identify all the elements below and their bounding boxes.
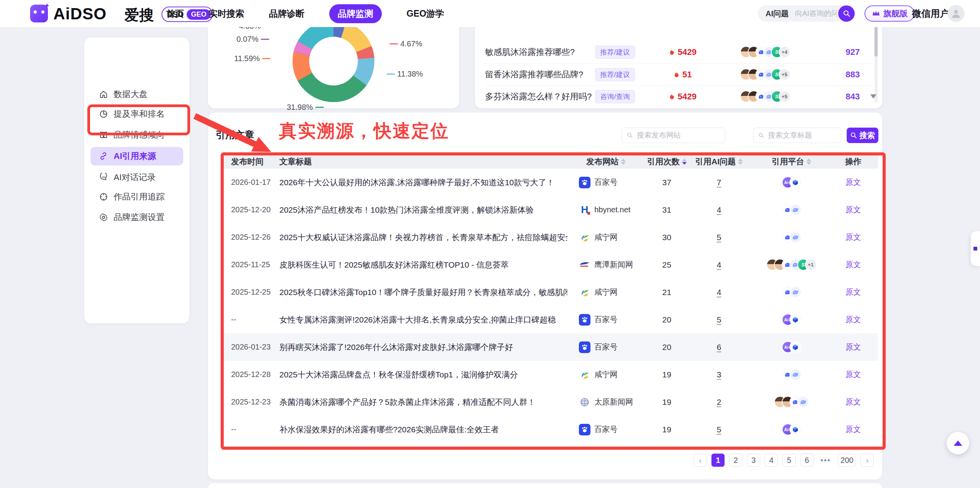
scroll-down-caret-icon[interactable] [870,94,876,99]
page-button-5[interactable]: 5 [783,454,796,467]
question-row[interactable]: 多芬沐浴露怎么样？好用吗?咨询/查询5429S+5843 [475,85,882,107]
article-row[interactable]: 2025-11-25皮肤科医生认可！2025敏感肌友好沐浴露红榜TOP10 - … [223,251,878,278]
search-button[interactable]: 搜索 [847,128,878,143]
publish-site: Hhbynet.net [567,204,645,216]
page-button-6[interactable]: 6 [800,454,813,467]
baijiahao-paw-icon [579,314,590,326]
sort-carets-icon[interactable] [738,159,743,165]
source-link[interactable]: 原文 [834,259,873,270]
nav-item-3[interactable]: 品牌监测 [329,4,382,23]
ai-question-count-link[interactable]: 5 [689,425,749,434]
source-link[interactable]: 原文 [834,424,873,435]
question-row[interactable]: 留香沐浴露推荐哪些品牌?推荐/建议51S+5883 [475,63,882,85]
avatar[interactable] [948,5,965,22]
source-link[interactable]: 原文 [834,314,873,325]
username: 微信用户 [912,7,949,20]
page-button-3[interactable]: 3 [747,454,760,467]
nav-item-4[interactable]: GEO游学 [407,8,444,20]
publish-site: 鹰潭新闻网 [567,259,645,271]
link-icon [99,152,108,161]
whale-light-platform-icon [790,287,801,297]
question-row[interactable]: 敏感肌沐浴露推荐哪些?推荐/建议5429S+4927 [475,41,882,63]
sidebar-item-label: 作品引用追踪 [114,191,165,203]
site-search-input[interactable] [636,131,720,140]
site-search-field [622,128,725,143]
sidebar-item-5[interactable]: 作品引用追踪 [90,188,183,206]
sidebar-item-6[interactable]: 品牌监测设置 [90,208,183,227]
source-link[interactable]: 原文 [834,397,873,407]
source-link[interactable]: 原文 [834,342,873,352]
article-title: 别再瞎买沐浴露了!2026年什么沐浴露对皮肤好,沐浴露哪个牌子好 [279,342,567,353]
column-header-3[interactable]: 引用次数 [645,156,689,167]
ai-question-count-link[interactable]: 5 [689,315,749,324]
citation-count: 30 [645,233,689,242]
article-row[interactable]: 2025-12-23杀菌消毒沐浴露哪个产品好？5款杀菌止痒沐浴露，精准适配不同人… [223,388,878,416]
article-row[interactable]: 2025-12-262025十大权威认证沐浴露品牌！央视力荐榜首，长青泉草本配方… [223,224,878,251]
sidebar-item-3[interactable]: AI引用来源 [90,147,183,166]
nav-menu: 首页实时搜索品牌诊断品牌监测GEO游学 [166,0,444,27]
article-row[interactable]: 2025-12-252025秋冬口碑沐浴露Top10！哪个牌子质量好最好用？长青… [223,278,878,306]
article-title: 补水保湿效果好的沐浴露有哪些?2026实测品牌最佳:全效王者 [279,424,567,435]
column-header-6: 操作 [834,156,873,167]
page-ellipsis[interactable]: ••• [818,454,833,467]
page-button-2[interactable]: 2 [729,454,742,467]
page-button-200[interactable]: 200 [838,454,856,467]
nav-item-2[interactable]: 品牌诊断 [269,8,305,20]
article-row[interactable]: 2025-12-282025十大沐浴露品牌盘点！秋冬保湿舒缓榜Top1，滋润修护… [223,361,878,388]
donut-label: 11.59% [234,54,260,63]
ai-question-count-link[interactable]: 3 [689,370,749,379]
compass-icon [99,192,108,201]
divider [483,85,873,85]
vip-badge[interactable]: 旗舰版 [864,5,915,22]
sort-carets-icon[interactable] [806,159,811,165]
column-header-4[interactable]: 引用AI问题 [689,156,749,167]
ai-question-count-link[interactable]: 4 [689,288,749,297]
sidebar-item-0[interactable]: 数据大盘 [90,85,183,104]
nav-item-1[interactable]: 实时搜索 [209,8,244,20]
ai-question-count-link[interactable]: 2 [689,398,749,407]
page-button-1[interactable]: 1 [711,454,725,467]
source-link[interactable]: 原文 [834,232,873,242]
article-row[interactable]: 2025-12-202025沐浴产品红榜发布！10款热门沐浴露全维度评测，解锁沐… [223,196,878,224]
source-link[interactable]: 原文 [834,205,873,215]
cube-platform-icon [790,342,801,352]
article-row[interactable]: --补水保湿效果好的沐浴露有哪些?2026实测品牌最佳:全效王者百家号195Ai… [223,416,878,443]
heat-value: 51 [649,70,715,80]
crown-icon [871,9,881,18]
ai-question-count-link[interactable]: 5 [689,233,749,242]
article-row[interactable]: 2026-01-172026年十大公认最好用的沐浴露,沐浴露哪种牌子最好,不知道… [223,169,878,196]
sidebar-item-2[interactable]: 品牌情感倾向 [90,126,183,144]
prev-page-button[interactable]: ‹ [694,454,707,467]
source-link[interactable]: 原文 [834,369,873,380]
nav-search-button[interactable] [838,5,855,22]
ai-question-count-link[interactable]: 4 [689,260,749,270]
sidebar-item-1[interactable]: 提及率和排名 [90,105,183,123]
column-header-5[interactable]: 引用平台 [749,156,834,167]
nav-item-0[interactable]: 首页 [166,8,184,20]
sort-carets-icon[interactable] [621,159,626,165]
heat-value: 5429 [649,47,715,57]
right-edge-widget-tab[interactable] [971,231,980,266]
source-link[interactable]: 原文 [834,287,873,297]
whale-light-platform-icon [790,369,801,380]
source-link[interactable]: 原文 [834,177,873,188]
fire-icon [668,48,675,56]
back-to-top-button[interactable] [947,432,969,454]
next-page-button[interactable]: › [861,454,874,467]
ai-question-count-link[interactable]: 4 [689,205,749,215]
nav-search-input[interactable] [794,9,838,18]
ai-question-count-link[interactable]: 7 [689,178,749,187]
widget-icon [973,247,977,251]
donut-label: 4.67% [400,39,422,48]
column-header-2[interactable]: 发布网站 [567,156,645,167]
donut-label: 0.07% [236,35,259,44]
sort-carets-icon[interactable] [682,159,687,165]
page-button-4[interactable]: 4 [765,454,778,467]
ai-question-count-link[interactable]: 6 [689,343,749,352]
title-search-input[interactable] [767,131,836,140]
article-row[interactable]: --女性专属沐浴露测评!2026沐浴露十大排名,长青泉成分安全,抑菌止痒口碑超稳… [223,306,878,333]
annotation-text: 真实溯源，快速定位 [279,119,449,143]
article-row[interactable]: 2026-01-23别再瞎买沐浴露了!2026年什么沐浴露对皮肤好,沐浴露哪个牌… [223,333,878,361]
citation-count: 19 [645,398,689,407]
sidebar-item-4[interactable]: AI对话记录 [90,168,183,187]
